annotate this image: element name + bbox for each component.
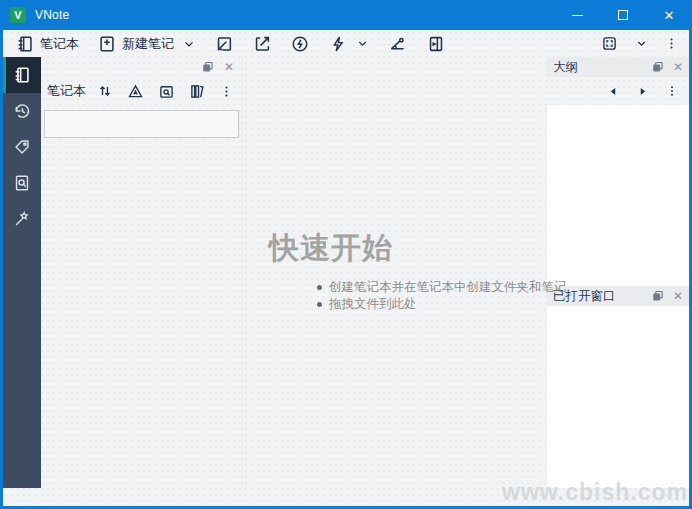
- title-bar: V VNote ✕: [0, 0, 692, 30]
- main-toolbar: 笔记本 新建笔记: [3, 30, 689, 57]
- window-title: VNote: [35, 8, 69, 22]
- notebook-panel-caption: ✕: [41, 57, 242, 77]
- back-arrow-icon[interactable]: [607, 85, 620, 98]
- explore-icon[interactable]: [157, 82, 176, 101]
- recycle-icon[interactable]: [126, 82, 145, 101]
- minimize-button[interactable]: [554, 0, 600, 30]
- notebook-panel-title: 笔记本: [47, 82, 86, 100]
- quick-start-title: 快速开始: [269, 228, 547, 269]
- chevron-down-icon: [182, 37, 196, 51]
- status-bar: [3, 488, 689, 506]
- sidebar-item-tags[interactable]: [3, 129, 41, 165]
- notebook-icon: [15, 34, 35, 54]
- notebook-selector-combobox[interactable]: [44, 110, 239, 138]
- opened-windows-panel-header: 已打开窗口 ✕: [547, 286, 689, 306]
- manage-notebooks-icon[interactable]: [188, 82, 207, 101]
- expand-icon: [600, 34, 619, 53]
- quick-start-tip: 拖拽文件到此处: [317, 296, 547, 313]
- notebooks-button[interactable]: 笔记本: [11, 32, 83, 56]
- import-icon: [214, 34, 234, 54]
- quick-start-tips: 创建笔记本并在笔记本中创建文件夹和笔记 拖拽文件到此处: [317, 279, 547, 313]
- sidebar-item-full-text-search[interactable]: [3, 165, 41, 201]
- quick-start-tip: 创建笔记本并在笔记本中创建文件夹和笔记: [317, 279, 547, 296]
- notebook-icon: [12, 65, 32, 85]
- vnote-logo-icon: V: [10, 7, 26, 23]
- outline-panel-title: 大纲: [553, 59, 651, 76]
- panel-close-icon[interactable]: ✕: [224, 61, 234, 73]
- window-frame: 笔记本 新建笔记: [0, 30, 692, 509]
- panel-close-icon[interactable]: ✕: [673, 290, 683, 302]
- task-icon: [387, 33, 408, 54]
- content-area: ✕ 笔记本: [3, 57, 689, 488]
- sidebar-item-notebooks[interactable]: [3, 57, 41, 93]
- lightning-icon: [328, 34, 348, 54]
- activity-bar: [3, 57, 41, 488]
- outline-panel-header: 大纲 ✕: [547, 57, 689, 77]
- notebook-toolbar: 笔记本: [41, 77, 242, 105]
- more-dots-icon: [664, 36, 679, 51]
- chevron-down-icon: [356, 37, 369, 50]
- close-icon: ✕: [664, 9, 675, 22]
- more-dots-icon[interactable]: [219, 84, 234, 99]
- float-window-icon[interactable]: [651, 60, 665, 74]
- new-note-dropdown[interactable]: [178, 35, 200, 53]
- panel-close-icon[interactable]: ✕: [673, 61, 683, 73]
- new-note-button[interactable]: 新建笔记: [93, 32, 178, 56]
- vnote-window: V VNote ✕ 笔记本 新建笔记: [0, 0, 692, 509]
- outline-nav-row: [547, 77, 689, 105]
- notebooks-button-label: 笔记本: [40, 35, 79, 53]
- flash-note-button[interactable]: [286, 32, 314, 56]
- export-button[interactable]: [248, 32, 276, 56]
- toolbar-more-button[interactable]: [660, 34, 683, 53]
- float-window-icon[interactable]: [651, 289, 665, 303]
- locate-panel-icon: [426, 34, 446, 54]
- flash-note-icon: [290, 34, 310, 54]
- new-note-button-label: 新建笔记: [122, 35, 174, 53]
- new-note-icon: [97, 34, 117, 54]
- quick-access-button[interactable]: [324, 32, 352, 56]
- tag-icon: [12, 137, 32, 157]
- maximize-button[interactable]: [600, 0, 646, 30]
- export-icon: [252, 34, 272, 54]
- quick-start-panel: 快速开始 创建笔记本并在笔记本中创建文件夹和笔记 拖拽文件到此处: [243, 57, 547, 313]
- file-search-icon: [12, 173, 32, 193]
- expand-button[interactable]: [596, 32, 623, 55]
- sidebar-item-extensions[interactable]: [3, 201, 41, 237]
- history-icon: [12, 101, 32, 121]
- forward-arrow-icon[interactable]: [636, 85, 649, 98]
- opened-windows-panel-title: 已打开窗口: [553, 288, 651, 305]
- main-editor-area: 快速开始 创建笔记本并在笔记本中创建文件夹和笔记 拖拽文件到此处: [243, 57, 547, 488]
- notebook-explorer-panel: ✕ 笔记本: [41, 57, 243, 488]
- task-button[interactable]: [383, 31, 412, 56]
- expand-dropdown[interactable]: [631, 35, 652, 52]
- minimize-icon: [572, 15, 583, 16]
- sort-icon[interactable]: [96, 82, 114, 100]
- more-dots-icon[interactable]: [665, 84, 679, 98]
- close-button[interactable]: ✕: [646, 0, 692, 30]
- magic-wand-icon: [12, 209, 32, 229]
- float-window-icon[interactable]: [201, 60, 215, 74]
- quick-access-dropdown[interactable]: [352, 35, 373, 52]
- opened-windows-content[interactable]: [547, 306, 689, 488]
- outline-content[interactable]: [547, 105, 689, 286]
- sidebar-item-history[interactable]: [3, 93, 41, 129]
- maximize-icon: [618, 10, 628, 20]
- locate-button[interactable]: [422, 32, 450, 56]
- chevron-down-icon: [635, 37, 648, 50]
- import-button[interactable]: [210, 32, 238, 56]
- right-dock-panel: 大纲 ✕ 已打开窗口: [547, 57, 689, 488]
